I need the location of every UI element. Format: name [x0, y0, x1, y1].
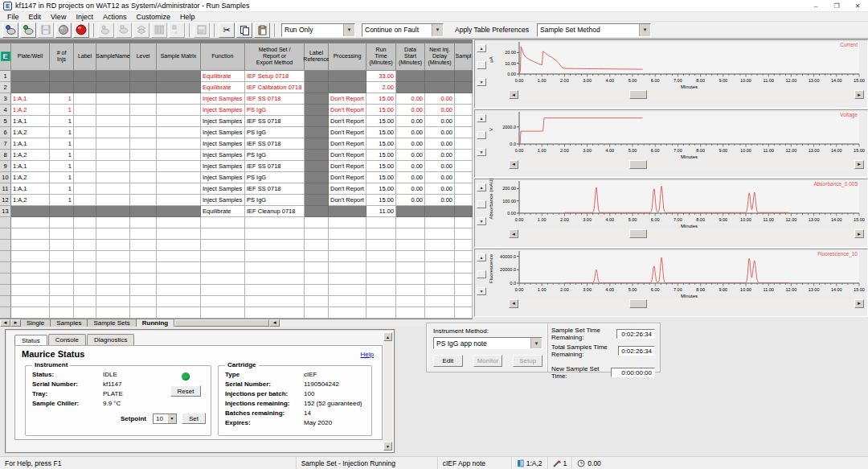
tab-scroll-right-icon[interactable]: ► — [10, 319, 21, 327]
table-cell-name[interactable] — [96, 127, 130, 138]
table-cell-nd[interactable]: 0.00 — [425, 127, 455, 138]
table-cell-ref[interactable] — [305, 127, 329, 138]
table-cell-empty[interactable] — [11, 251, 50, 262]
table-cell-empty[interactable] — [74, 274, 96, 285]
table-cell-empty[interactable] — [396, 228, 425, 240]
table-cell-empty[interactable] — [329, 296, 366, 307]
table-cell-empty[interactable] — [305, 217, 329, 228]
table-cell-ref[interactable] — [305, 105, 329, 116]
table-cell-empty[interactable] — [396, 240, 425, 251]
table-cell-empty[interactable] — [157, 217, 201, 228]
table-cell-plate[interactable]: 1:A,1 — [11, 161, 50, 172]
table-cell-empty[interactable] — [329, 285, 366, 296]
table-cell-name[interactable] — [96, 195, 130, 206]
table-cell-method[interactable]: IEF Setup 0718 — [245, 71, 305, 82]
table-cell-label[interactable] — [74, 93, 96, 105]
table-cell-empty[interactable] — [50, 285, 74, 296]
table-cell-nd[interactable]: 0.00 — [425, 172, 455, 183]
paste-icon[interactable] — [254, 23, 270, 38]
table-cell-level[interactable] — [130, 172, 157, 183]
columns-icon[interactable] — [151, 23, 167, 38]
table-cell-ds[interactable] — [396, 206, 425, 217]
table-cell-empty[interactable] — [157, 285, 201, 296]
table-cell-empty[interactable] — [50, 251, 74, 262]
table-cell-empty[interactable] — [157, 307, 201, 319]
table-cell-sample[interactable] — [455, 183, 473, 195]
table-cell-name[interactable] — [96, 172, 130, 183]
y-zoom-out-icon[interactable]: ▼ — [477, 287, 486, 295]
table-cell-injs[interactable]: 1 — [50, 183, 74, 195]
table-cell-empty[interactable] — [396, 274, 425, 285]
table-cell-empty[interactable] — [201, 285, 245, 296]
row-number[interactable]: 5 — [0, 116, 11, 127]
column-header[interactable]: SampleName — [96, 43, 130, 71]
row-number[interactable]: 3 — [0, 93, 11, 105]
table-cell-empty[interactable] — [130, 274, 157, 285]
table-cell-empty[interactable] — [11, 217, 50, 228]
table-cell-method[interactable]: PS IgG — [245, 105, 305, 116]
table-cell-matrix[interactable] — [157, 105, 201, 116]
y-scale-icon[interactable] — [477, 270, 486, 278]
table-cell-empty[interactable] — [74, 262, 96, 274]
table-hscroll-left-icon[interactable]: ◄ — [269, 319, 280, 327]
chart-hscrollbar[interactable]: ◄ ► — [509, 299, 864, 308]
table-cell-empty[interactable] — [96, 228, 130, 240]
row-number[interactable] — [0, 262, 11, 274]
table-cell-label[interactable] — [74, 127, 96, 138]
table-cell-fn[interactable]: Inject Samples — [201, 116, 245, 127]
table-cell-ds[interactable]: 0.00 — [396, 116, 425, 127]
status-panel-scrollbar[interactable]: ▲ ▼ — [383, 332, 392, 450]
run-mode-dropdown[interactable]: Run Only▼ — [281, 23, 355, 37]
table-cell-plate[interactable]: 1:A,1 — [11, 93, 50, 105]
column-header[interactable]: Data Start (Minutes) — [396, 43, 425, 71]
row-number[interactable]: 11 — [0, 183, 11, 195]
table-cell-fn[interactable]: Inject Samples — [201, 161, 245, 172]
table-cell-level[interactable] — [130, 93, 157, 105]
table-cell-empty[interactable] — [455, 240, 473, 251]
table-cell-empty[interactable] — [245, 251, 305, 262]
table-cell-proc[interactable]: Don't Report — [329, 105, 366, 116]
table-cell-matrix[interactable] — [157, 206, 201, 217]
table-cell-ref[interactable] — [305, 183, 329, 195]
table-cell-empty[interactable] — [157, 274, 201, 285]
table-cell-matrix[interactable] — [157, 172, 201, 183]
table-cell-ds[interactable]: 0.00 — [396, 183, 425, 195]
chart-hscroll-thumb[interactable] — [629, 90, 647, 99]
table-cell-empty[interactable] — [96, 262, 130, 274]
table-cell-empty[interactable] — [74, 296, 96, 307]
column-header[interactable]: Label Reference — [305, 43, 329, 71]
table-cell-sample[interactable] — [455, 161, 473, 172]
table-cell-plate[interactable]: 1:A,2 — [11, 105, 50, 116]
table-cell-empty[interactable] — [130, 307, 157, 319]
abort-red-icon[interactable] — [73, 23, 89, 38]
table-cell-empty[interactable] — [329, 240, 366, 251]
table-cell-proc[interactable] — [329, 206, 366, 217]
y-scale-icon[interactable] — [477, 131, 486, 139]
table-cell-empty[interactable] — [425, 240, 455, 251]
table-cell-run[interactable]: 15.00 — [366, 138, 396, 150]
row-number[interactable] — [0, 251, 11, 262]
table-cell-empty[interactable] — [96, 217, 130, 228]
table-cell-empty[interactable] — [245, 296, 305, 307]
help-link[interactable]: Help — [361, 351, 374, 358]
tab-console[interactable]: Console — [48, 334, 86, 345]
table-cell-empty[interactable] — [11, 228, 50, 240]
table-cell-label[interactable] — [74, 161, 96, 172]
y-scale-icon[interactable] — [477, 61, 486, 69]
table-cell-empty[interactable] — [50, 217, 74, 228]
table-cell-empty[interactable] — [11, 262, 50, 274]
chart-hscrollbar[interactable]: ◄ ► — [509, 229, 864, 238]
table-cell-level[interactable] — [130, 138, 157, 150]
table-cell-empty[interactable] — [74, 285, 96, 296]
table-cell-empty[interactable] — [157, 228, 201, 240]
table-cell-plate[interactable]: 1:A,1 — [11, 183, 50, 195]
table-cell-matrix[interactable] — [157, 82, 201, 93]
table-cell-empty[interactable] — [245, 217, 305, 228]
table-cell-proc[interactable]: Don't Report — [329, 195, 366, 206]
table-cell-name[interactable] — [96, 71, 130, 82]
y-zoom-out-icon[interactable]: ▼ — [477, 78, 486, 86]
scroll-down-icon[interactable]: ▼ — [383, 442, 392, 450]
table-cell-empty[interactable] — [396, 217, 425, 228]
scroll-left-icon[interactable]: ◄ — [509, 229, 518, 238]
table-cell-matrix[interactable] — [157, 195, 201, 206]
